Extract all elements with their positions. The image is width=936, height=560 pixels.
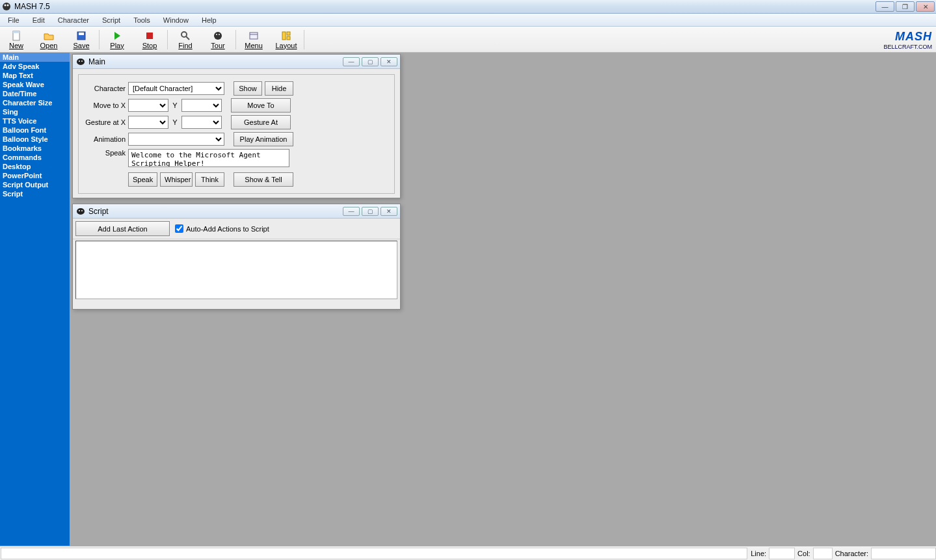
main-form: Character [Default Character] Show Hide …: [78, 74, 395, 194]
status-bar: Line: Col: Character:: [0, 546, 936, 560]
svg-rect-4: [13, 31, 20, 33]
sidebar-item-adv-speak[interactable]: Adv Speak: [0, 62, 70, 71]
show-button[interactable]: Show: [234, 81, 262, 96]
svg-point-19: [79, 60, 80, 62]
find-icon: [180, 31, 191, 41]
mdi-area: Main ― ▢ ✕ Character [Default Character]…: [70, 53, 936, 546]
character-select[interactable]: [Default Character]: [128, 82, 224, 95]
gesturex-select[interactable]: [128, 116, 168, 129]
svg-point-20: [81, 60, 83, 62]
whisper-button[interactable]: Whisper: [160, 172, 193, 187]
toolbar-separator: [304, 30, 304, 49]
svg-rect-15: [282, 32, 286, 40]
sidebar-item-script[interactable]: Script: [0, 189, 70, 198]
toolbar-layout[interactable]: Layout: [270, 27, 302, 52]
stop-icon: [144, 31, 155, 41]
menu-character[interactable]: Character: [53, 15, 94, 25]
auto-add-checkbox-container[interactable]: Auto-Add Actions to Script: [175, 224, 269, 233]
svg-point-2: [7, 5, 9, 7]
close-button[interactable]: ✕: [916, 1, 935, 12]
status-col-value: [813, 548, 833, 559]
sidebar-item-sing[interactable]: Sing: [0, 107, 70, 116]
movetox-select[interactable]: [128, 99, 168, 112]
svg-point-22: [79, 210, 80, 211]
animation-select[interactable]: [128, 133, 224, 146]
svg-line-9: [186, 36, 189, 40]
sidebar-item-balloon-font[interactable]: Balloon Font: [0, 126, 70, 135]
svg-point-18: [77, 59, 85, 65]
menu-window[interactable]: Window: [158, 15, 194, 25]
animation-label: Animation: [85, 135, 126, 143]
think-button[interactable]: Think: [195, 172, 224, 187]
speak-button[interactable]: Speak: [128, 172, 157, 187]
toolbar-menu[interactable]: Menu: [237, 27, 270, 52]
toolbar-stop[interactable]: Stop: [133, 27, 166, 52]
sidebar-item-script-output[interactable]: Script Output: [0, 180, 70, 189]
sidebar-item-character-size[interactable]: Character Size: [0, 98, 70, 107]
menu-tools[interactable]: Tools: [128, 15, 155, 25]
svg-point-8: [181, 32, 187, 37]
sidebar-item-bookmarks[interactable]: Bookmarks: [0, 144, 70, 153]
svg-point-23: [81, 210, 83, 211]
layout-icon: [281, 31, 291, 41]
script-window-title: Script: [88, 207, 340, 216]
main-window: Main ― ▢ ✕ Character [Default Character]…: [72, 54, 401, 198]
sidebar-item-commands[interactable]: Commands: [0, 153, 70, 162]
sidebar-item-main[interactable]: Main: [0, 53, 70, 62]
toolbar-open[interactable]: Open: [33, 27, 65, 52]
menu-edit[interactable]: Edit: [27, 15, 50, 25]
status-message: [1, 548, 747, 559]
main-window-maximize[interactable]: ▢: [362, 57, 379, 66]
gestureat-button[interactable]: Gesture At: [231, 115, 291, 129]
minimize-button[interactable]: ―: [876, 1, 894, 12]
toolbar-separator: [99, 30, 100, 49]
toolbar-separator: [167, 30, 168, 49]
svg-rect-16: [287, 32, 290, 35]
gesturey-select[interactable]: [181, 116, 222, 129]
svg-point-0: [3, 3, 10, 10]
svg-rect-13: [250, 33, 258, 39]
script-window-titlebar[interactable]: Script ― ▢ ✕: [73, 204, 400, 219]
sidebar-item-powerpoint[interactable]: PowerPoint: [0, 171, 70, 180]
svg-point-12: [219, 34, 220, 35]
maximize-button[interactable]: ❐: [896, 1, 915, 12]
status-char-value: [871, 548, 936, 559]
moveto-button[interactable]: Move To: [231, 98, 291, 113]
menu-bar: File Edit Character Script Tools Window …: [0, 14, 936, 27]
toolbar-play[interactable]: Play: [101, 27, 133, 52]
script-window-close[interactable]: ✕: [381, 207, 397, 216]
title-bar: MASH 7.5 ― ❐ ✕: [0, 0, 936, 14]
svg-rect-17: [287, 36, 290, 40]
sidebar-item-map-text[interactable]: Map Text: [0, 71, 70, 80]
sidebar-item-datetime[interactable]: Date/Time: [0, 89, 70, 98]
svg-point-21: [77, 208, 85, 215]
main-window-minimize[interactable]: ―: [343, 57, 360, 66]
auto-add-checkbox[interactable]: [175, 224, 183, 233]
play-animation-button[interactable]: Play Animation: [234, 132, 293, 146]
main-window-titlebar[interactable]: Main ― ▢ ✕: [73, 55, 400, 69]
movetoy-label: Y: [171, 101, 179, 109]
main-window-close[interactable]: ✕: [381, 57, 397, 66]
toolbar-find[interactable]: Find: [169, 27, 202, 52]
hide-button[interactable]: Hide: [265, 81, 293, 96]
script-textarea[interactable]: [75, 241, 397, 299]
script-window-minimize[interactable]: ―: [343, 207, 360, 216]
status-line-value: [769, 548, 795, 559]
sidebar-item-speak-wave[interactable]: Speak Wave: [0, 80, 70, 89]
script-window-maximize[interactable]: ▢: [362, 207, 379, 216]
sidebar-item-desktop[interactable]: Desktop: [0, 162, 70, 171]
add-last-action-button[interactable]: Add Last Action: [75, 221, 170, 236]
movetoy-select[interactable]: [181, 99, 222, 112]
menu-script[interactable]: Script: [97, 15, 126, 25]
toolbar-tour[interactable]: Tour: [202, 27, 234, 52]
menu-file[interactable]: File: [3, 15, 25, 25]
script-window: Script ― ▢ ✕ Add Last Action Auto-Add Ac…: [72, 204, 401, 310]
sidebar-item-balloon-style[interactable]: Balloon Style: [0, 135, 70, 144]
agent-icon: [75, 57, 86, 66]
menu-help[interactable]: Help: [196, 15, 222, 25]
toolbar-new[interactable]: New: [0, 27, 33, 52]
sidebar-item-tts-voice[interactable]: TTS Voice: [0, 116, 70, 126]
show-tell-button[interactable]: Show & Tell: [234, 172, 293, 187]
speak-input[interactable]: [128, 149, 289, 167]
toolbar-save[interactable]: Save: [65, 27, 98, 52]
